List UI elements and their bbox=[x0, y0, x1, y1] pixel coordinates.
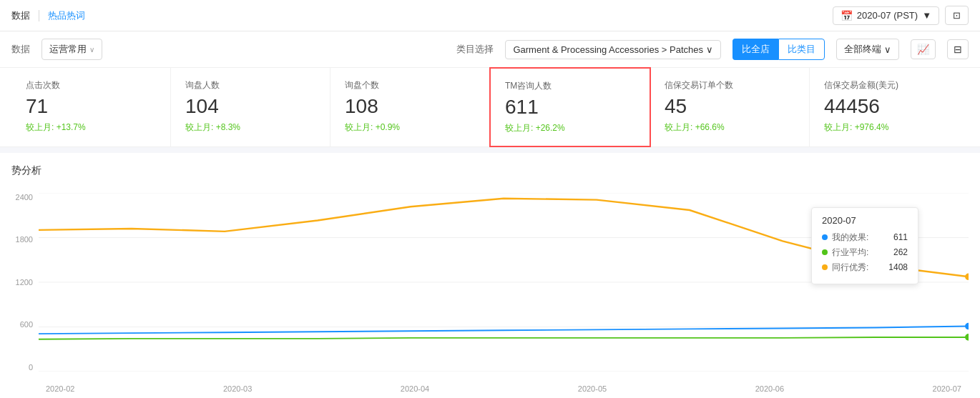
x-label: 2020-02 bbox=[46, 384, 74, 393]
metric-change-1: 较上月: +8.3% bbox=[185, 121, 315, 134]
metric-title-1: 询盘人数 bbox=[185, 79, 315, 91]
x-label: 2020-03 bbox=[223, 384, 252, 393]
tooltip-row-2: 同行优秀: 1408 bbox=[822, 262, 908, 274]
tooltip-dot-0 bbox=[822, 234, 828, 240]
terminal-chevron-icon: ∨ bbox=[884, 44, 891, 55]
metric-change-4: 较上月: +66.6% bbox=[665, 121, 795, 134]
chart-section: 势分析 2400180012006000 bbox=[0, 153, 980, 398]
metric-title-0: 点击次数 bbox=[26, 79, 156, 91]
tooltip-row-1: 行业平均: 262 bbox=[822, 247, 908, 259]
metric-change-3: 较上月: +26.2% bbox=[505, 122, 635, 134]
metric-card-1[interactable]: 询盘人数 104 较上月: +8.3% bbox=[171, 68, 330, 146]
tooltip-label-2: 同行优秀: bbox=[832, 262, 884, 274]
chart-tooltip: 2020-07 我的效果: 611 行业平均: 262 同行优秀: 1408 bbox=[811, 207, 918, 284]
y-label: 0 bbox=[11, 363, 33, 372]
y-label: 600 bbox=[11, 320, 33, 329]
y-label: 2400 bbox=[11, 193, 33, 202]
svg-point-5 bbox=[965, 322, 969, 329]
x-axis: 2020-022020-032020-042020-052020-062020-… bbox=[39, 384, 969, 393]
line-chart-icon: 📈 bbox=[917, 44, 929, 55]
mode-label: 运营常用 bbox=[49, 43, 87, 56]
category-prefix-label: 类目选择 bbox=[456, 43, 494, 56]
divider bbox=[39, 10, 39, 21]
metric-card-3[interactable]: TM咨询人数 611 较上月: +26.2% bbox=[489, 67, 651, 147]
tooltip-row-0: 我的效果: 611 bbox=[822, 232, 908, 244]
metric-value-5: 44456 bbox=[824, 94, 954, 119]
expand-icon: ⊡ bbox=[953, 10, 961, 21]
x-label: 2020-04 bbox=[401, 384, 429, 393]
tooltip-label-0: 我的效果: bbox=[832, 232, 889, 244]
metric-change-0: 较上月: +13.7% bbox=[26, 121, 156, 134]
calendar-icon: 📅 bbox=[841, 10, 853, 21]
bar-chart-icon: ⊟ bbox=[954, 44, 962, 55]
metric-card-5[interactable]: 信保交易金额(美元) 44456 较上月: +976.4% bbox=[810, 68, 969, 146]
metric-title-2: 询盘个数 bbox=[345, 79, 475, 91]
y-label: 1200 bbox=[11, 278, 33, 287]
tooltip-dot-2 bbox=[822, 264, 828, 270]
compare-category-button[interactable]: 比类目 bbox=[778, 39, 825, 60]
metric-card-4[interactable]: 信保交易订单个数 45 较上月: +66.6% bbox=[650, 68, 810, 146]
category-chevron-icon: ∨ bbox=[706, 44, 713, 55]
date-value: 2020-07 (PST) bbox=[857, 10, 918, 21]
top-bar-right: 📅 2020-07 (PST) ▼ ⊡ bbox=[833, 6, 969, 25]
tooltip-val-0: 611 bbox=[893, 232, 908, 242]
mode-dropdown[interactable]: 运营常用 ∨ bbox=[41, 39, 102, 60]
x-label: 2020-06 bbox=[755, 384, 784, 393]
hot-label[interactable]: 热品热词 bbox=[48, 9, 85, 22]
compare-btn-group: 比全店 比类目 bbox=[732, 39, 825, 60]
terminal-selector[interactable]: 全部终端 ∨ bbox=[836, 39, 899, 60]
y-label: 1800 bbox=[11, 235, 33, 244]
top-bar: 数据 热品热词 📅 2020-07 (PST) ▼ ⊡ bbox=[0, 0, 980, 31]
expand-btn[interactable]: ⊡ bbox=[945, 6, 969, 25]
date-chevron-icon: ▼ bbox=[922, 10, 931, 21]
tooltip-val-1: 262 bbox=[893, 247, 908, 257]
metric-title-4: 信保交易订单个数 bbox=[665, 79, 795, 91]
mode-chevron-icon: ∨ bbox=[89, 46, 94, 54]
tooltip-dot-1 bbox=[822, 249, 828, 255]
chart-title: 势分析 bbox=[11, 164, 969, 177]
metric-change-5: 较上月: +976.4% bbox=[824, 121, 954, 134]
metric-change-2: 较上月: +0.9% bbox=[345, 121, 475, 134]
data-section-label: 数据 bbox=[11, 43, 30, 56]
x-label: 2020-07 bbox=[933, 384, 961, 393]
category-selector[interactable]: Garment & Processing Accessories > Patch… bbox=[505, 40, 721, 59]
tooltip-val-2: 1408 bbox=[888, 262, 908, 272]
metric-value-3: 611 bbox=[505, 95, 635, 119]
data-label: 数据 bbox=[11, 9, 30, 22]
tooltip-date: 2020-07 bbox=[822, 215, 908, 226]
y-axis: 2400180012006000 bbox=[11, 193, 39, 372]
metric-value-0: 71 bbox=[26, 94, 156, 119]
metric-value-1: 104 bbox=[185, 94, 315, 119]
metric-title-3: TM咨询人数 bbox=[505, 80, 635, 92]
top-bar-left: 数据 热品热词 bbox=[11, 9, 85, 22]
svg-point-6 bbox=[965, 334, 969, 341]
date-selector[interactable]: 📅 2020-07 (PST) ▼ bbox=[833, 6, 939, 25]
metric-card-2[interactable]: 询盘个数 108 较上月: +0.9% bbox=[330, 68, 490, 146]
chart-type-button-2[interactable]: ⊟ bbox=[947, 39, 969, 59]
category-value: Garment & Processing Accessories > Patch… bbox=[513, 44, 703, 55]
metric-value-4: 45 bbox=[665, 94, 795, 119]
x-label: 2020-05 bbox=[578, 384, 607, 393]
metrics-bar: 点击次数 71 较上月: +13.7% 询盘人数 104 较上月: +8.3% … bbox=[0, 68, 980, 147]
svg-point-7 bbox=[965, 273, 969, 280]
metric-card-0[interactable]: 点击次数 71 较上月: +13.7% bbox=[11, 68, 171, 146]
chart-type-button[interactable]: 📈 bbox=[911, 39, 936, 59]
terminal-label: 全部终端 bbox=[844, 43, 881, 56]
compare-store-button[interactable]: 比全店 bbox=[732, 39, 778, 60]
tooltip-label-1: 行业平均: bbox=[832, 247, 889, 259]
controls-bar: 数据 运营常用 ∨ 类目选择 Garment & Processing Acce… bbox=[0, 31, 980, 68]
chart-container: 2400180012006000 bbox=[11, 186, 969, 393]
metric-value-2: 108 bbox=[345, 94, 475, 119]
metric-title-5: 信保交易金额(美元) bbox=[824, 79, 954, 91]
